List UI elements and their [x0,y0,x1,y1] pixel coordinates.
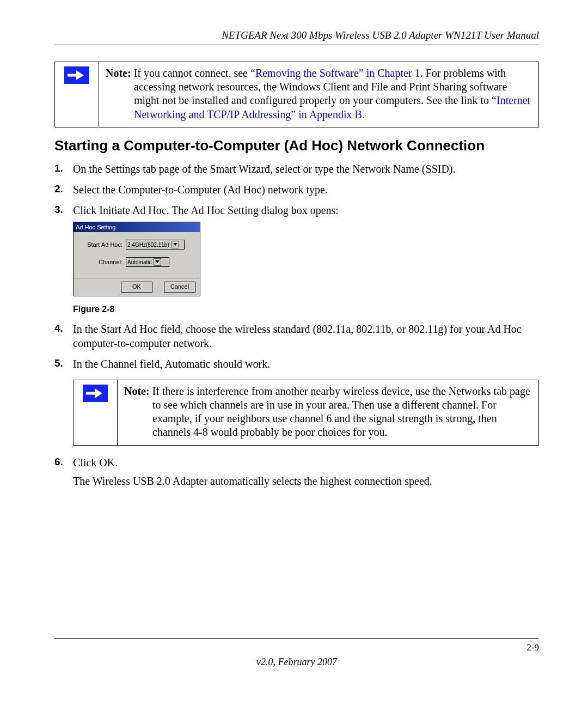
arrow-right-icon [83,385,108,402]
note-text: If there is interference from another ne… [150,385,530,439]
note-icon-cell [55,62,99,127]
step-6: 6. Click OK. The Wireless USB 2.0 Adapte… [54,455,539,488]
note-box-1: Note: If you cannot connect, see “Removi… [54,62,539,127]
ok-button[interactable]: OK [121,282,152,293]
step-number: 6. [54,455,63,469]
step-number: 2. [54,182,63,196]
channel-label: Channel: [80,258,126,266]
chevron-down-icon [171,241,179,248]
note-text-a: If you cannot connect, see [131,67,250,79]
step-text: On the Settings tab page of the Smart Wi… [73,163,456,175]
link-removing-software[interactable]: “Removing the Software” in Chapter 1 [250,67,420,79]
start-adhoc-select[interactable]: 2.4GHz(802.11b) [126,240,185,249]
channel-value: Automatic [127,259,151,266]
start-adhoc-label: Start Ad Hoc: [80,241,126,248]
dialog-row-channel: Channel: Automatic [80,257,193,267]
note-label: Note: [106,67,131,79]
step-text: Click OK. [73,457,118,468]
step-text: Select the Computer-to-Computer (Ad Hoc)… [73,184,328,196]
note-text-c: . [362,108,365,120]
dialog-titlebar: Ad Hoc Setting [74,222,200,232]
document-page: NETGEAR Next 300 Mbps Wireless USB 2.0 A… [0,0,588,706]
step-text: Click Initiate Ad Hoc. The Ad Hoc Settin… [73,204,339,216]
start-adhoc-value: 2.4GHz(802.11b) [127,241,169,248]
step-1: 1. On the Settings tab page of the Smart… [54,162,539,176]
step-5: 5. In the Channel field, Automatic shoul… [54,357,539,446]
step-number: 3. [54,203,63,217]
step-number: 5. [54,357,63,370]
section-heading: Starting a Computer-to-Computer (Ad Hoc)… [54,137,539,154]
note-label: Note: [124,385,150,397]
step-2: 2. Select the Computer-to-Computer (Ad H… [54,182,539,197]
note-box-2: Note: If there is interference from anot… [73,380,539,446]
dialog-body: Start Ad Hoc: 2.4GHz(802.11b) Channel: A… [74,232,200,278]
step-4: 4. In the Start Ad Hoc field, choose the… [54,322,539,350]
note-content: Note: If there is interference from anot… [118,380,539,445]
header-title: NETGEAR Next 300 Mbps Wireless USB 2.0 A… [222,29,539,41]
page-number: 2-9 [54,642,539,653]
footer-version: v2.0, February 2007 [54,656,539,668]
steps-list: 1. On the Settings tab page of the Smart… [54,162,539,488]
dialog-row-start-adhoc: Start Ad Hoc: 2.4GHz(802.11b) [80,240,193,249]
step-number: 4. [54,322,63,336]
note-icon-cell [74,380,118,445]
dialog-buttons: OK Cancel [74,278,200,296]
note-content: Note: If you cannot connect, see “Removi… [99,62,539,127]
page-header: NETGEAR Next 300 Mbps Wireless USB 2.0 A… [54,29,539,45]
page-footer: 2-9 v2.0, February 2007 [54,638,539,668]
step-number: 1. [54,162,63,175]
figure-caption: Figure 2-8 [73,304,539,315]
step-text: In the Channel field, Automatic should w… [73,358,270,370]
adhoc-dialog: Ad Hoc Setting Start Ad Hoc: 2.4GHz(802.… [73,222,200,296]
channel-select[interactable]: Automatic [126,257,169,267]
step-text: In the Start Ad Hoc field, choose the wi… [73,323,522,349]
chevron-down-icon [154,258,161,266]
arrow-right-icon [64,66,89,84]
step-subtext: The Wireless USB 2.0 Adapter automatical… [73,474,539,488]
cancel-button[interactable]: Cancel [164,282,195,293]
step-3: 3. Click Initiate Ad Hoc. The Ad Hoc Set… [54,203,539,315]
